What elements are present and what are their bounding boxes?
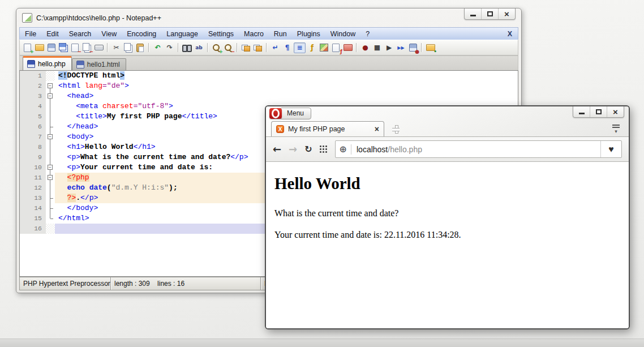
badge: +: [218, 49, 223, 54]
bookmark-button[interactable]: ♥: [600, 141, 621, 157]
browser-window: Menu × X My first PHP page × ▾: [265, 105, 630, 329]
toolbar-show-all-characters-button[interactable]: ¶: [282, 43, 293, 53]
menu-plugins[interactable]: Plugins: [292, 28, 325, 40]
fold-collapse-icon: −: [48, 83, 53, 88]
speed-dial-icon[interactable]: [320, 145, 328, 153]
toolbar-zoom-out-button[interactable]: −: [223, 43, 234, 53]
url-text[interactable]: localhost/hello.php: [357, 145, 600, 154]
toolbar-separator: [237, 43, 238, 52]
toolbar-function-list-button[interactable]: ƒ: [307, 43, 317, 53]
fold-toggle-line-10[interactable]: −: [46, 162, 55, 173]
toolbar-undo-button[interactable]: ↶: [152, 43, 163, 53]
browser-titlebar[interactable]: Menu × X My first PHP page × ▾: [266, 106, 629, 136]
close-button[interactable]: ×: [607, 106, 624, 117]
toolbar-save-all-button[interactable]: [58, 43, 68, 53]
undo-icon: ↶: [154, 44, 160, 52]
browser-tab-active[interactable]: X My first PHP page ×: [271, 121, 384, 136]
tab-hello1-html[interactable]: hello1.html: [72, 58, 126, 70]
fold-toggle-line-11[interactable]: −: [46, 173, 55, 183]
tab-hello-php[interactable]: hello.php: [23, 56, 72, 70]
toolbar-new-file-button[interactable]: +: [22, 43, 33, 53]
code-line-3[interactable]: 3− <head>: [20, 91, 518, 101]
macro-run-multiple-icon: ▶▶: [397, 45, 404, 50]
xampp-favicon: X: [276, 125, 284, 133]
tab-label: hello.php: [38, 60, 66, 68]
tab-close-icon[interactable]: ×: [375, 125, 379, 133]
toolbar-close-all-button[interactable]: −: [81, 43, 92, 53]
fold-collapse-icon: −: [48, 165, 53, 170]
close-button[interactable]: ×: [498, 8, 515, 19]
window-title: C:\xampp\htdocs\hello.php - Notepad++: [36, 14, 161, 22]
fold-margin-line-16: [46, 224, 55, 234]
fold-margin-line-6: [46, 122, 55, 132]
globe-icon: ⊕: [340, 144, 347, 155]
address-bar[interactable]: ⊕ localhost/hello.php ♥: [335, 140, 622, 158]
maximize-button[interactable]: [481, 8, 498, 19]
toolbar-open-containing-folder-button[interactable]: •: [425, 43, 436, 53]
toolbar-doc-switcher-button[interactable]: ƒ: [330, 43, 341, 53]
code-line-2[interactable]: 2−<html lang="de">: [20, 81, 518, 91]
minimize-button[interactable]: [573, 106, 590, 117]
toolbar-macro-record-button[interactable]: ●: [360, 43, 371, 53]
menu-help[interactable]: ?: [360, 28, 375, 40]
code-line-1[interactable]: 1<!DOCTYPE html>: [20, 71, 518, 81]
forward-button[interactable]: →: [289, 143, 297, 155]
menu-run[interactable]: Run: [269, 28, 292, 40]
toolbar-save-button[interactable]: [46, 43, 57, 53]
toolbar-open-file-button[interactable]: [34, 43, 45, 53]
line-number-3: 3: [20, 91, 46, 101]
menu-language[interactable]: Language: [161, 28, 203, 40]
back-button[interactable]: ←: [273, 143, 281, 155]
toolbar-print-button[interactable]: [93, 43, 104, 53]
menu-search[interactable]: Search: [64, 28, 97, 40]
opera-logo-icon: [269, 108, 282, 119]
toolbar-sync-horizontal-scrolling-button[interactable]: [252, 43, 263, 53]
toolbar-cut-button[interactable]: ✂: [111, 43, 122, 53]
toolbar-zoom-in-button[interactable]: +: [211, 43, 222, 53]
toolbar-copy-button[interactable]: [123, 43, 134, 53]
toolbar-folder-as-workspace-button[interactable]: [342, 43, 353, 53]
menu-window[interactable]: Window: [325, 28, 360, 40]
tab-label: hello1.html: [87, 61, 120, 68]
show-indent-guide-icon: ≡: [297, 44, 302, 52]
fold-collapse-icon: −: [48, 93, 53, 98]
toolbar-close-file-button[interactable]: −: [70, 43, 80, 53]
page-paragraph-2: Your current time and date is: 22.11.201…: [274, 230, 629, 240]
divider: [351, 144, 351, 155]
menu-encoding[interactable]: Encoding: [122, 28, 161, 40]
toolbar-replace-button[interactable]: ab: [194, 43, 204, 53]
minimize-button[interactable]: [465, 8, 481, 19]
line-number-12: 12: [20, 183, 46, 193]
maximize-button[interactable]: [590, 106, 607, 117]
fold-toggle-line-7[interactable]: −: [46, 132, 55, 142]
fold-toggle-line-2[interactable]: −: [46, 81, 55, 91]
toolbar-macro-stop-button[interactable]: ■: [372, 43, 383, 53]
menu-macro[interactable]: Macro: [239, 28, 269, 40]
tab-list-button[interactable]: ▾: [612, 125, 620, 133]
new-tab-button[interactable]: [392, 125, 401, 134]
toolbar-redo-button[interactable]: ↷: [164, 43, 175, 53]
opera-menu-button[interactable]: Menu: [269, 108, 311, 119]
line-number-13: 13: [20, 193, 46, 203]
toolbar-macro-play-button[interactable]: ▶: [384, 43, 394, 53]
menu-file[interactable]: File: [20, 28, 41, 40]
toolbar-sync-vertical-scrolling-button[interactable]: [241, 43, 251, 53]
toolbar-word-wrap-button[interactable]: ↵: [270, 43, 281, 53]
badge: −: [77, 49, 81, 54]
menu-view[interactable]: View: [96, 28, 122, 40]
menu-settings[interactable]: Settings: [203, 28, 239, 40]
toolbar-document-map-button[interactable]: [319, 43, 329, 53]
toolbar-show-indent-guide-button[interactable]: ≡: [294, 42, 306, 53]
notepad-titlebar[interactable]: C:\xampp\htdocs\hello.php - Notepad++ ×: [16, 8, 521, 27]
fold-toggle-line-3[interactable]: −: [46, 91, 55, 101]
menubar-close-icon[interactable]: X: [502, 30, 518, 38]
code-text-line-2: <html lang="de">: [55, 81, 518, 91]
tab-title: My first PHP page: [288, 125, 371, 133]
toolbar-find-button[interactable]: [182, 43, 192, 53]
toolbar-macro-run-multiple-button[interactable]: ▶▶: [396, 43, 406, 53]
toolbar-paste-button[interactable]: [135, 43, 145, 53]
line-number-14: 14: [20, 203, 46, 213]
toolbar-macro-save-button[interactable]: ●: [407, 43, 418, 53]
menu-edit[interactable]: Edit: [41, 28, 64, 40]
reload-button[interactable]: ↻: [304, 144, 312, 155]
